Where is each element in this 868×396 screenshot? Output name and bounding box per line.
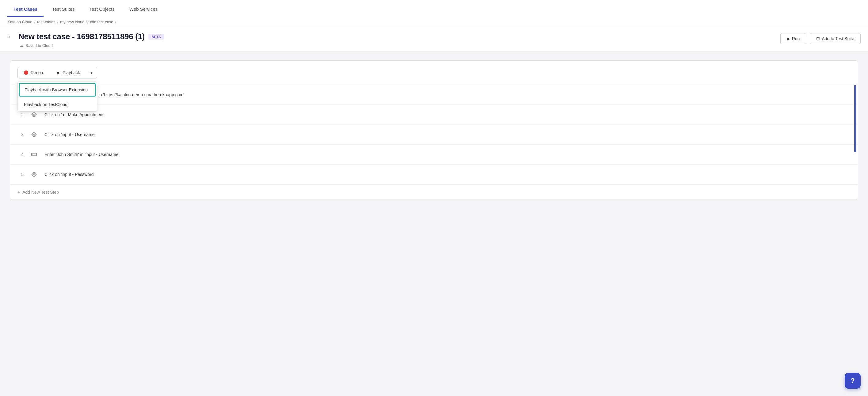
record-button[interactable]: Record <box>18 67 51 79</box>
table-row: 2 Click on 'a - Make Appointment' <box>10 105 858 125</box>
saved-status: ☁ Saved to Cloud <box>7 43 164 48</box>
playback-label: Playback <box>63 70 80 75</box>
target-icon <box>30 110 38 119</box>
step-number: 3 <box>18 132 24 137</box>
test-panel: Record ▶ Playback ▾ Playback with Browse… <box>10 60 858 200</box>
plus-icon: + <box>18 190 20 194</box>
dropdown-item-testcloud[interactable]: Playback on TestCloud <box>18 98 97 111</box>
breadcrumb-test-name[interactable]: my new cloud studio test case <box>60 20 113 24</box>
add-to-test-suite-button[interactable]: ⊞ Add to Test Suite <box>810 33 861 44</box>
main-content: Record ▶ Playback ▾ Playback with Browse… <box>0 52 868 396</box>
record-label: Record <box>31 70 44 75</box>
add-step-label: Add New Test Step <box>22 190 59 194</box>
step-number: 2 <box>18 112 24 117</box>
record-dot-icon <box>24 70 28 75</box>
svg-point-7 <box>33 114 35 116</box>
breadcrumb-test-cases[interactable]: test-cases <box>37 20 55 24</box>
tab-test-objects[interactable]: Test Objects <box>83 2 121 17</box>
cloud-icon: ☁ <box>20 43 24 48</box>
target-icon <box>30 170 38 179</box>
play-icon: ▶ <box>57 70 60 75</box>
tab-test-cases[interactable]: Test Cases <box>7 2 43 17</box>
toolbar: Record ▶ Playback ▾ <box>10 61 858 85</box>
playback-dropdown-button[interactable]: ▾ <box>86 67 97 79</box>
svg-point-21 <box>33 174 35 175</box>
add-suite-label: Add to Test Suite <box>822 36 854 41</box>
header-left: ← New test case - 1698178511896 (1) Beta… <box>7 32 164 48</box>
table-row: 3 Click on 'input - Username' <box>10 125 858 145</box>
tab-test-suites[interactable]: Test Suites <box>46 2 81 17</box>
run-label: Run <box>792 36 800 41</box>
chat-icon: ? <box>850 377 855 385</box>
beta-badge: Beta <box>148 34 164 39</box>
chat-button[interactable]: ? <box>845 373 861 389</box>
svg-point-13 <box>33 134 35 135</box>
chevron-down-icon: ▾ <box>90 70 93 75</box>
page-header: ← New test case - 1698178511896 (1) Beta… <box>0 27 868 52</box>
scrollbar[interactable] <box>854 85 856 184</box>
svg-rect-18 <box>32 153 37 156</box>
title-row: ← New test case - 1698178511896 (1) Beta <box>7 32 164 41</box>
saved-label: Saved to Cloud <box>25 43 53 48</box>
step-description: Click on 'input - Username' <box>44 132 850 137</box>
top-nav: Test Cases Test Suites Test Objects Web … <box>0 0 868 17</box>
table-row: Open browser and navigate to 'https://ka… <box>10 85 858 105</box>
back-button[interactable]: ← <box>7 33 13 40</box>
step-number: 4 <box>18 152 24 157</box>
playback-button[interactable]: ▶ Playback <box>51 67 86 79</box>
run-button[interactable]: ▶ Run <box>780 33 806 44</box>
step-description: Enter 'John Smith' in 'input - Username' <box>44 152 850 157</box>
breadcrumb-sep-3: / <box>115 20 117 24</box>
dropdown-item-browser-extension[interactable]: Playback with Browser Extension <box>19 83 96 96</box>
scrollbar-thumb[interactable] <box>854 85 856 152</box>
add-step-row[interactable]: + Add New Test Step <box>10 184 858 200</box>
input-icon <box>30 150 38 159</box>
tab-web-services[interactable]: Web Services <box>123 2 164 17</box>
step-description: Open browser and navigate to 'https://ka… <box>44 92 850 97</box>
suite-icon: ⊞ <box>816 36 820 41</box>
svg-point-20 <box>32 172 36 176</box>
svg-point-6 <box>32 113 36 117</box>
test-steps: Open browser and navigate to 'https://ka… <box>10 85 858 184</box>
table-row: 5 Click on 'input - Password' <box>10 164 858 184</box>
run-icon: ▶ <box>787 36 790 41</box>
svg-point-12 <box>32 132 36 136</box>
breadcrumb-sep-1: / <box>34 20 36 24</box>
target-icon <box>30 130 38 139</box>
header-actions: ▶ Run ⊞ Add to Test Suite <box>780 33 861 44</box>
breadcrumb-katalon[interactable]: Katalon Cloud <box>7 20 32 24</box>
step-description: Click on 'input - Password' <box>44 172 850 177</box>
table-row: 4 Enter 'John Smith' in 'input - Usernam… <box>10 145 858 164</box>
breadcrumb-sep-2: / <box>57 20 59 24</box>
step-description: Click on 'a - Make Appointment' <box>44 112 850 117</box>
step-number: 5 <box>18 172 24 177</box>
playback-dropdown-menu: Playback with Browser Extension Playback… <box>18 82 97 112</box>
page-title: New test case - 1698178511896 (1) <box>19 32 145 41</box>
breadcrumb: Katalon Cloud / test-cases / my new clou… <box>0 17 868 27</box>
